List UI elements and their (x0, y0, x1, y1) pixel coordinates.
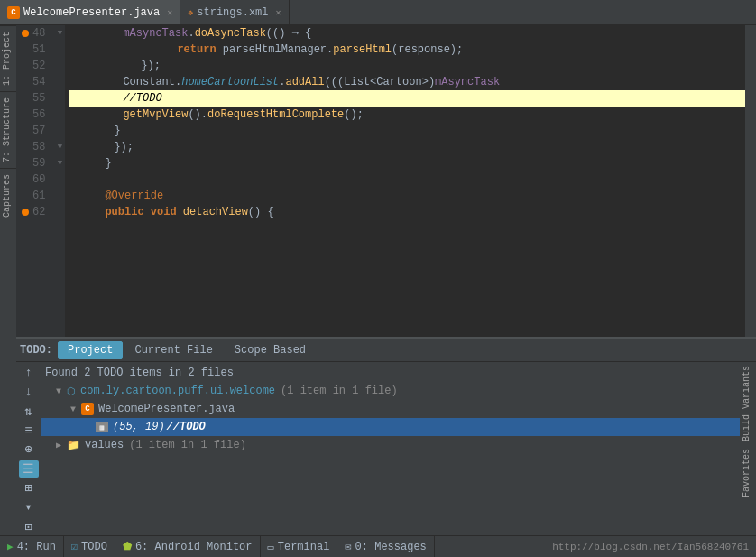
todo-status-label: TODO (81, 541, 107, 553)
package-icon: ⬡ (67, 385, 76, 397)
todo-group-btn[interactable]: ≡ (19, 422, 39, 439)
todo-sort-btn[interactable]: ⇅ (19, 403, 39, 420)
code-line-55: //TODO (69, 90, 745, 107)
fold-54 (54, 74, 65, 90)
todo-flatten-btn[interactable]: ⊞ (19, 479, 39, 497)
arrow-package: ▼ (56, 386, 65, 396)
fold-60 (54, 172, 65, 188)
todo-panel: TODO: Project Current File Scope Based ↑… (16, 337, 756, 535)
panel-captures[interactable]: Captures (0, 168, 16, 223)
left-panel-tabs: 1: Project 7: Structure Captures (0, 25, 16, 535)
fold-48[interactable]: ▼ (54, 25, 65, 42)
tab-welcome-presenter[interactable]: C WelcomePresenter.java ✕ (0, 0, 180, 24)
tab-welcome-close[interactable]: ✕ (167, 7, 172, 18)
terminal-label: Terminal (278, 541, 330, 553)
line-54: 54 (22, 74, 49, 90)
panel-structure[interactable]: 7: Structure (0, 91, 16, 168)
marker-62 (22, 209, 29, 216)
code-editor: 48 51 52 54 55 56 57 58 59 60 61 (16, 25, 756, 337)
todo-up-btn[interactable]: ↑ (19, 364, 39, 381)
todo-down-btn[interactable]: ↓ (19, 383, 39, 400)
todo-expand-btn[interactable]: ⊕ (19, 441, 39, 458)
status-run[interactable]: ▶ 4: Run (0, 536, 64, 557)
todo-scroll-btn[interactable]: ⊡ (19, 518, 39, 535)
line-57: 57 (22, 123, 49, 139)
code-area: 48 51 52 54 55 56 57 58 59 60 61 (16, 25, 756, 337)
java-file-icon: C (81, 403, 94, 415)
tree-package-welcome[interactable]: ▼ ⬡ com.ly.cartoon.puff.ui.welcome (1 it… (41, 382, 740, 400)
line-55: 55 (22, 90, 49, 107)
todo-right-panels: Build Variants Favorites (740, 362, 756, 535)
panel-project[interactable]: 1: Project (0, 25, 16, 91)
line-51: 51 (22, 42, 49, 58)
code-line-59: } (69, 155, 745, 172)
todo-item-text: (55, 19) (113, 421, 165, 433)
todo-selected-btn[interactable]: ☰ (19, 460, 39, 478)
status-todo[interactable]: ☑ TODO (64, 536, 115, 557)
values-count: (1 item in 1 file) (129, 439, 246, 451)
todo-filter-btn[interactable]: ▾ (19, 498, 39, 515)
todo-file-icon: ▦ (96, 422, 108, 432)
run-icon: ▶ (7, 541, 14, 552)
tree-todo-item[interactable]: ▦ (55, 19) //TODO (41, 418, 740, 436)
fold-59[interactable]: ▼ (54, 155, 65, 172)
marker-48 (22, 30, 29, 37)
code-line-56: getMvpView().doRequestHtmlComplete(); (69, 107, 745, 123)
status-terminal[interactable]: ▭ Terminal (261, 536, 338, 557)
arrow-values: ▶ (56, 440, 65, 450)
fold-61 (54, 188, 65, 204)
tab-bar: C WelcomePresenter.java ✕ ❖ strings.xml … (0, 0, 756, 25)
messages-icon: ✉ (345, 540, 351, 553)
xml-tab-icon: ❖ (188, 7, 193, 18)
todo-label: TODO: (20, 344, 52, 357)
fold-58[interactable]: ▼ (54, 139, 65, 155)
status-url: http://blog.csdn.net/Ian568240761 (552, 542, 756, 552)
terminal-icon: ▭ (268, 541, 274, 553)
android-label: 6: Android Monitor (135, 541, 253, 553)
run-label: 4: Run (17, 541, 56, 553)
code-line-60 (69, 172, 745, 188)
tab-strings-xml[interactable]: ❖ strings.xml ✕ (180, 0, 289, 24)
line-59: 59 (22, 155, 49, 172)
status-android-monitor[interactable]: ⬟ 6: Android Monitor (115, 536, 261, 557)
fold-55 (54, 90, 65, 107)
todo-tab-current-file[interactable]: Current File (124, 341, 222, 359)
line-58: 58 (22, 139, 49, 155)
code-line-61: @Override (69, 188, 745, 204)
tree-values-folder[interactable]: ▶ 📁 values (1 item in 1 file) (41, 436, 740, 454)
todo-tree[interactable]: Found 2 TODO items in 2 files ▼ ⬡ com.ly… (41, 362, 740, 535)
todo-tab-scope-based[interactable]: Scope Based (225, 341, 316, 359)
package-count: (1 item in 1 file) (281, 385, 398, 397)
scroll-gutter[interactable] (745, 25, 756, 337)
tree-java-file[interactable]: ▼ C WelcomePresenter.java (41, 400, 740, 418)
line-48: 48 (22, 25, 49, 42)
code-line-52: }); (69, 58, 745, 74)
build-variants-label[interactable]: Build Variants (740, 362, 756, 445)
line-62: 62 (22, 204, 49, 220)
line-52: 52 (22, 58, 49, 74)
values-name: values (85, 439, 124, 451)
todo-icon: ☑ (71, 540, 78, 553)
status-bar: ▶ 4: Run ☑ TODO ⬟ 6: Android Monitor ▭ T… (0, 535, 756, 557)
todo-tab-project[interactable]: Project (58, 341, 123, 359)
todo-content: ↑ ↓ ⇅ ≡ ⊕ ☰ ⊞ ▾ ⊡ Found 2 TODO (16, 362, 756, 535)
tab-strings-label: strings.xml (197, 6, 268, 19)
tab-welcome-label: WelcomePresenter.java (23, 6, 160, 19)
code-line-54: Constant.homeCartoonList.addAll(((List<C… (69, 74, 745, 90)
todo-text: //TODO (167, 421, 206, 433)
status-messages[interactable]: ✉ 0: Messages (337, 536, 434, 557)
code-line-57: } (69, 123, 745, 139)
line-56: 56 (22, 107, 49, 123)
line-60: 60 (22, 172, 49, 188)
android-icon: ⬟ (123, 540, 132, 553)
fold-57 (54, 123, 65, 139)
code-line-58: }); (69, 139, 745, 155)
messages-label: 0: Messages (355, 541, 427, 553)
main-area: 1: Project 7: Structure Captures 48 51 5… (0, 25, 756, 535)
favorites-label[interactable]: Favorites (740, 445, 756, 501)
tab-strings-close[interactable]: ✕ (276, 7, 281, 18)
todo-side-buttons: ↑ ↓ ⇅ ≡ ⊕ ☰ ⊞ ▾ ⊡ (16, 362, 41, 535)
code-lines[interactable]: mAsyncTask.doAsyncTask(() → { return par… (65, 25, 745, 337)
fold-51 (54, 42, 65, 58)
summary-text: Found 2 TODO items in 2 files (45, 367, 234, 379)
